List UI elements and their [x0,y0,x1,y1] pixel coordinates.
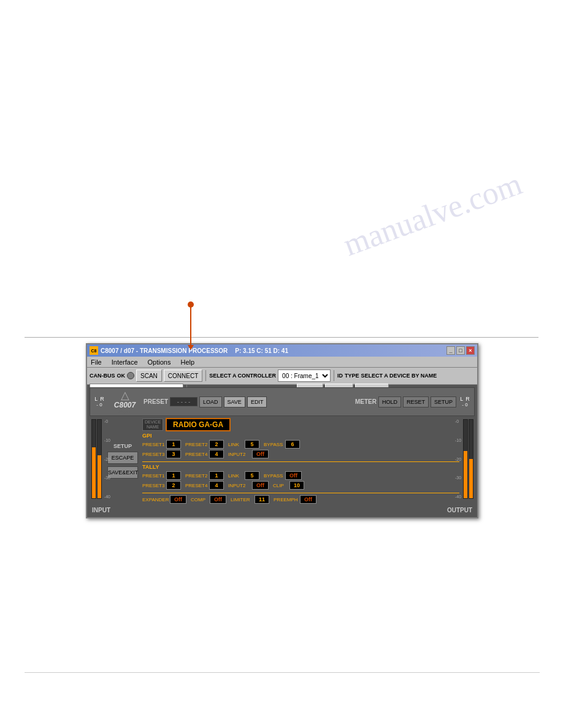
preemph-label: PREEMPH [274,497,298,502]
select-controller-label: SELECT A CONTROLLER [209,373,276,379]
limiter-btn[interactable]: 11 [255,495,269,504]
tally-label: TALLY [142,464,161,470]
minimize-button[interactable]: _ [446,346,455,355]
left-lr-r: R [100,396,104,402]
scan-button[interactable]: SCAN [136,370,162,382]
tally-preset1-btn[interactable]: 1 [166,471,181,480]
main-content: L R - 0 △ C8007 jünger PRESET - - - - LO… [87,385,477,517]
middle-section: -0 -10 -20 -30 -40 SETUP ESCAPE SAVE&EXI… [90,418,475,504]
device-name-label-box: DEVICE NAME [142,419,163,431]
left-vu-meter: -0 -10 -20 -30 -40 [90,418,103,504]
right-lr-l: L [460,396,463,402]
device-name-row: DEVICE NAME RADIO GA-GA [142,418,459,431]
id-label: ID [337,373,343,379]
gpi-preset3-btn[interactable]: 3 [166,450,181,458]
comp-btn[interactable]: Off [210,495,226,504]
tally-preset3-label: PRESET3 [142,483,164,488]
title-controls: _ □ × [446,346,475,355]
expander-label: EXPANDER [142,497,168,502]
control-grid: DEVICE NAME RADIO GA-GA GPI PRESET1 1 PR… [142,418,459,504]
bottom-hr [25,672,540,673]
gpi-link-btn[interactable]: 5 [245,440,259,449]
gpi-link-label: LINK [228,442,243,447]
tally-link-label: LINK [228,473,243,479]
device-name-value: RADIO GA-GA [166,418,231,431]
ok-label: OK [117,373,126,379]
gpi-preset2-btn[interactable]: 2 [209,440,224,449]
limiter-label: LIMITER [231,497,253,502]
watermark: manualve.com [339,165,526,264]
preset-display: - - - - [170,397,197,406]
gpi-bypass-btn[interactable]: 6 [285,440,300,449]
tally-row-2: PRESET3 2 PRESET4 4 INPUT2 Off CLIP 10 [142,481,459,490]
processing-row: EXPANDER Off COMP Off LIMITER 11 PREEMPH… [142,495,459,504]
menu-help[interactable]: Help [179,358,196,366]
close-button[interactable]: × [466,346,475,355]
title-text: C8007 / d07 - TRANSMISSION PROCESSOR [101,347,228,354]
tally-preset3-btn[interactable]: 2 [166,481,181,490]
tally-preset2-label: PRESET2 [185,473,207,479]
title-bar: C8 C8007 / d07 - TRANSMISSION PROCESSOR … [87,344,477,357]
setup-section-label: SETUP [113,443,132,449]
preemph-btn[interactable]: Off [300,495,316,504]
gpi-input2-btn[interactable]: Off [252,450,269,458]
menu-bar: File Interface Options Help [87,357,477,368]
tally-bypass-label: BYPASS [264,473,283,479]
escape-button[interactable]: ESCAPE [107,452,138,464]
right-zero: - 0 [462,402,467,408]
app-window: C8 C8007 / d07 - TRANSMISSION PROCESSOR … [86,343,478,518]
gpi-bypass-label: BYPASS [264,442,283,447]
type-label: TYPE [345,373,359,379]
tally-row-1: PRESET1 1 PRESET2 1 LINK 5 BYPASS Off [142,471,459,480]
maximize-button[interactable]: □ [456,346,465,355]
tally-input2-btn[interactable]: Off [252,481,269,490]
tally-preset2-btn[interactable]: 1 [209,471,224,480]
gpi-preset4-btn[interactable]: 4 [209,450,224,458]
tally-section: TALLY PRESET1 1 PRESET2 1 LINK 5 BYPASS … [142,464,459,491]
menu-file[interactable]: File [90,358,103,366]
left-zero: - 0 [96,402,102,408]
expander-btn[interactable]: Off [170,495,186,504]
controller-dropdown[interactable]: 00 : Frame_1 [278,370,331,382]
load-button[interactable]: LOAD [199,396,222,408]
toolbar-sep-2 [334,370,334,381]
tally-bypass-btn[interactable]: Off [285,471,302,480]
edit-button[interactable]: EDIT [247,396,267,408]
reset-button[interactable]: RESET [403,396,429,408]
hold-button[interactable]: HOLD [378,396,401,408]
tally-preset4-btn[interactable]: 4 [209,481,224,490]
menu-options[interactable]: Options [147,358,172,366]
io-labels-row: INPUT OUTPUT [90,506,475,515]
right-vu-meter: -0 -10 -20 -30 -40 [461,418,475,504]
select-device-label: SELECT A DEVICE BY NAME [361,373,437,379]
gpi-row-1: PRESET1 1 PRESET2 2 LINK 5 BYPASS 6 [142,440,459,449]
logo-text: C8007 [114,401,136,409]
gpi-label: GPI [142,433,161,439]
comp-label: COMP [191,497,208,502]
toolbar-sep-1 [205,370,206,381]
tally-link-btn[interactable]: 5 [245,471,259,480]
save-exit-button[interactable]: SAVE&EXIT [107,466,138,479]
gpi-row-2: PRESET3 3 PRESET4 4 INPUT2 Off [142,450,459,458]
tally-clip-btn[interactable]: 10 [289,481,304,490]
setup-button[interactable]: SETUP [431,396,456,408]
tally-preset1-label: PRESET1 [142,473,164,479]
gpi-preset1-label: PRESET1 [142,442,164,447]
logo-triangle-icon: △ [121,390,129,401]
gpi-preset3-label: PRESET3 [142,452,164,457]
gpi-preset4-label: PRESET4 [185,452,207,457]
tally-clip-label: CLIP [273,483,288,488]
input-label: INPUT [92,507,110,514]
gpi-preset1-btn[interactable]: 1 [166,440,181,449]
menu-interface[interactable]: Interface [110,358,139,366]
gpi-input2-label: INPUT2 [228,452,250,457]
meter-label: METER [355,398,377,405]
right-lr-r: R [465,396,470,402]
gpi-preset2-label: PRESET2 [185,442,207,447]
connect-button[interactable]: CONNECT [164,370,202,382]
gpi-tally-sep [142,461,459,462]
left-lr-l: L [94,396,98,402]
tally-preset4-label: PRESET4 [185,483,207,488]
logo-brand: jünger [119,409,131,414]
save-button[interactable]: SAVE [224,396,245,408]
